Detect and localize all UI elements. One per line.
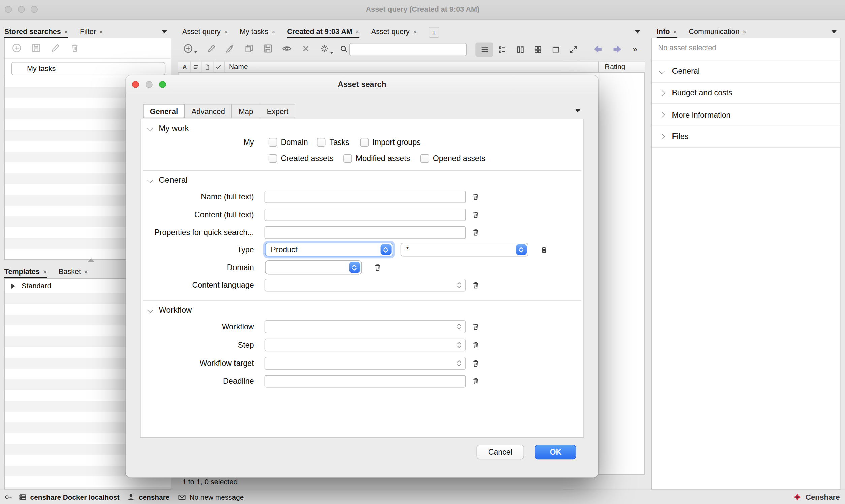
clear-row-button[interactable] bbox=[470, 209, 482, 220]
checkbox-opened-assets[interactable]: Opened assets bbox=[420, 152, 486, 164]
checkbox-box[interactable] bbox=[269, 154, 277, 163]
clear-row-button[interactable] bbox=[470, 339, 482, 351]
view-detail-list-button[interactable] bbox=[493, 42, 511, 57]
disclosure-triangle-icon[interactable] bbox=[12, 283, 15, 289]
section-files[interactable]: Files bbox=[652, 126, 840, 148]
stepper-icon[interactable] bbox=[456, 341, 462, 349]
add-search-button[interactable] bbox=[12, 42, 22, 53]
stored-search-input[interactable] bbox=[12, 62, 166, 75]
save-button[interactable] bbox=[263, 43, 273, 54]
tab-menu-icon[interactable] bbox=[162, 30, 167, 34]
delete-button[interactable] bbox=[300, 43, 311, 54]
close-icon[interactable]: × bbox=[84, 268, 88, 275]
view-expand-button[interactable] bbox=[564, 42, 582, 57]
view-columns-button[interactable] bbox=[511, 42, 529, 57]
tab-templates[interactable]: Templates × bbox=[4, 265, 47, 278]
name-fulltext-input[interactable] bbox=[265, 191, 466, 203]
close-icon[interactable]: × bbox=[742, 28, 746, 35]
section-my-work[interactable]: My work bbox=[148, 123, 189, 132]
tab-info[interactable]: Info × bbox=[657, 25, 677, 38]
column-header-name[interactable]: Name bbox=[229, 61, 248, 72]
dialog-menu-icon[interactable] bbox=[575, 109, 580, 112]
window-zoom-button[interactable] bbox=[31, 6, 38, 13]
close-icon[interactable]: × bbox=[64, 28, 68, 35]
view-list-button[interactable] bbox=[475, 42, 493, 57]
checkbox-box[interactable] bbox=[360, 138, 369, 147]
new-asset-menu-icon[interactable] bbox=[194, 51, 197, 53]
checkbox-box[interactable] bbox=[317, 138, 326, 147]
stepper-icon[interactable] bbox=[380, 244, 391, 255]
tab-filter[interactable]: Filter × bbox=[80, 25, 103, 38]
ok-button[interactable]: OK bbox=[535, 445, 576, 459]
checkbox-box[interactable] bbox=[420, 154, 429, 163]
type-filter-select[interactable]: * bbox=[401, 242, 528, 257]
stepper-icon[interactable] bbox=[349, 262, 360, 273]
preview-button[interactable] bbox=[281, 43, 292, 54]
stepper-icon[interactable] bbox=[456, 359, 462, 367]
content-fulltext-input[interactable] bbox=[265, 208, 466, 221]
dialog-tab-general[interactable]: General bbox=[143, 104, 185, 118]
window-minimize-button[interactable] bbox=[18, 6, 25, 13]
checkbox-import-groups[interactable]: Import groups bbox=[360, 137, 421, 148]
clear-row-button[interactable] bbox=[470, 191, 482, 202]
step-select[interactable] bbox=[265, 339, 466, 352]
new-asset-button[interactable] bbox=[183, 43, 194, 54]
toolbar-overflow-button[interactable]: » bbox=[633, 44, 637, 53]
column-font-icon[interactable]: A bbox=[180, 61, 190, 72]
column-check-icon[interactable] bbox=[214, 61, 224, 72]
dialog-tab-expert[interactable]: Expert bbox=[260, 104, 295, 118]
close-icon[interactable]: × bbox=[43, 268, 47, 275]
cancel-button[interactable]: Cancel bbox=[477, 445, 524, 459]
query-search-input[interactable] bbox=[349, 43, 467, 56]
clear-row-button[interactable] bbox=[470, 279, 482, 291]
forward-button[interactable] bbox=[611, 43, 623, 55]
dialog-tab-map[interactable]: Map bbox=[232, 104, 260, 118]
checkbox-box[interactable] bbox=[343, 154, 352, 163]
duplicate-button[interactable] bbox=[244, 43, 254, 54]
new-tab-button[interactable]: + bbox=[429, 27, 439, 38]
tab-basket[interactable]: Basket × bbox=[59, 265, 88, 278]
clear-row-button[interactable] bbox=[470, 227, 482, 238]
quick-search-properties-input[interactable] bbox=[265, 226, 466, 238]
column-divider[interactable] bbox=[599, 73, 600, 474]
close-icon[interactable]: × bbox=[673, 28, 677, 35]
clear-row-button[interactable] bbox=[371, 262, 383, 273]
dialog-tab-advanced[interactable]: Advanced bbox=[184, 104, 232, 118]
panel-splitter-grip[interactable] bbox=[88, 258, 94, 262]
checkbox-modified-assets[interactable]: Modified assets bbox=[343, 152, 410, 164]
domain-select[interactable] bbox=[265, 260, 361, 274]
edit-in-new-window-button[interactable] bbox=[225, 43, 235, 54]
tab-menu-icon[interactable] bbox=[831, 30, 837, 34]
column-lines-icon[interactable] bbox=[191, 61, 201, 72]
close-icon[interactable]: × bbox=[100, 28, 103, 35]
checkbox-domain[interactable]: Domain bbox=[269, 137, 308, 148]
tab-my-tasks[interactable]: My tasks × bbox=[239, 25, 275, 38]
window-close-button[interactable] bbox=[5, 6, 12, 13]
checkbox-box[interactable] bbox=[269, 138, 277, 147]
clear-row-button[interactable] bbox=[470, 321, 482, 332]
tab-created-at-903[interactable]: Created at 9:03 AM × bbox=[287, 25, 359, 38]
deadline-input[interactable] bbox=[265, 375, 466, 388]
column-page-icon[interactable] bbox=[202, 61, 212, 72]
section-general[interactable]: General bbox=[652, 60, 840, 82]
clear-row-button[interactable] bbox=[470, 375, 482, 387]
view-grid-button[interactable] bbox=[529, 42, 547, 57]
tab-menu-icon[interactable] bbox=[635, 30, 641, 34]
close-icon[interactable]: × bbox=[272, 28, 275, 35]
column-header-rating[interactable]: Rating bbox=[605, 61, 625, 72]
tab-asset-query-1[interactable]: Asset query × bbox=[182, 25, 228, 38]
close-icon[interactable]: × bbox=[224, 28, 228, 35]
dialog-zoom-button[interactable] bbox=[159, 81, 166, 88]
tab-asset-query-2[interactable]: Asset query × bbox=[371, 25, 417, 38]
stepper-icon[interactable] bbox=[456, 323, 462, 330]
section-budget-and-costs[interactable]: Budget and costs bbox=[652, 82, 840, 104]
dialog-close-button[interactable] bbox=[132, 81, 139, 88]
clear-row-button[interactable] bbox=[470, 357, 482, 369]
checkbox-created-assets[interactable]: Created assets bbox=[269, 152, 334, 164]
type-select[interactable]: Product bbox=[265, 242, 393, 257]
edit-button[interactable] bbox=[206, 43, 217, 54]
edit-search-button[interactable] bbox=[50, 42, 61, 53]
view-single-button[interactable] bbox=[546, 42, 564, 57]
content-language-select[interactable] bbox=[265, 278, 466, 291]
stepper-icon[interactable] bbox=[516, 244, 526, 255]
